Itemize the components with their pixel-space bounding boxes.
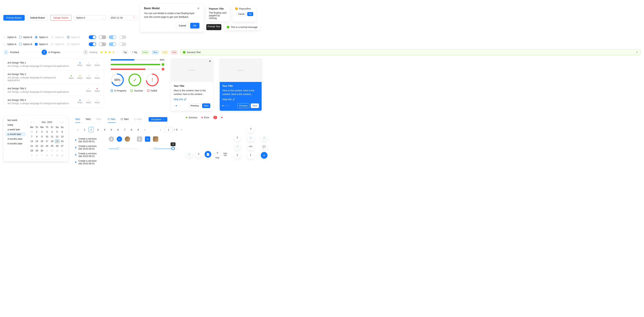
switch-light-on[interactable] xyxy=(109,35,116,39)
cal-day[interactable]: 11 xyxy=(60,153,65,158)
star-icon[interactable]: ★ xyxy=(104,50,107,54)
cal-day[interactable]: 14 xyxy=(29,139,34,144)
cal-day[interactable]: 7 xyxy=(40,153,44,158)
cal-day[interactable]: 20 xyxy=(60,139,65,144)
close-icon[interactable]: ✕ xyxy=(258,60,260,62)
cal-day[interactable]: 1 xyxy=(34,129,39,134)
preset-item[interactable]: last week xyxy=(6,118,26,122)
tab-2[interactable]: Tab2 xyxy=(86,116,90,123)
checkbox-option-b[interactable]: Option B xyxy=(19,43,32,45)
cal-day[interactable]: 29 xyxy=(34,148,39,153)
popconfirm-cancel[interactable]: Cancel xyxy=(237,12,246,16)
float-btn-file-primary[interactable]: 📄 xyxy=(204,151,211,158)
next-page[interactable]: › xyxy=(142,127,148,132)
preset-item[interactable]: 6 months later xyxy=(6,141,26,146)
tag-blue[interactable]: Blue xyxy=(152,50,159,54)
preset-item[interactable]: today xyxy=(6,123,26,127)
cal-day[interactable]: 17 xyxy=(44,139,50,144)
preset-item[interactable]: a week later xyxy=(6,127,26,132)
cancel-button[interactable]: Cancel xyxy=(176,23,189,28)
cal-day[interactable]: 23 xyxy=(40,144,44,148)
preset-item[interactable]: a month later xyxy=(6,132,26,136)
cal-day[interactable]: 16 xyxy=(40,139,44,144)
radio-option-c[interactable]: Option C xyxy=(35,36,48,38)
cal-day[interactable]: 6 xyxy=(34,153,39,158)
cal-day[interactable]: 4 xyxy=(60,148,65,153)
cal-day[interactable]: 25 xyxy=(50,144,54,148)
switch-on[interactable] xyxy=(89,35,96,39)
cal-day[interactable]: 27 xyxy=(60,144,65,148)
float-btn-top[interactable]: ⤒ xyxy=(195,151,202,158)
cal-day[interactable]: 9 xyxy=(50,153,54,158)
cal-day[interactable]: 26 xyxy=(54,144,60,148)
page-number[interactable]: 6 xyxy=(116,127,121,132)
tab-1[interactable]: Tab1 xyxy=(108,116,116,123)
primary-button[interactable]: Primary Button xyxy=(3,15,25,20)
date-picker[interactable]: 2022-11-18 📅 xyxy=(109,15,137,20)
cal-day[interactable]: 24 xyxy=(44,144,50,148)
radio-option-b[interactable]: Option B xyxy=(19,36,32,38)
cal-day[interactable]: 4 xyxy=(50,129,54,134)
cal-day[interactable]: 5 xyxy=(29,153,34,158)
float-btn-top[interactable]: ⤒ xyxy=(247,152,254,159)
float-btn-help[interactable]: ? xyxy=(214,150,221,157)
cal-day[interactable]: 7 xyxy=(29,134,34,139)
float-btn-close[interactable]: ✕ xyxy=(261,152,268,159)
next-button[interactable]: Next xyxy=(202,103,210,108)
cal-day[interactable]: 10 xyxy=(44,134,50,139)
next-button[interactable]: Next xyxy=(251,103,259,108)
cal-day[interactable]: 2 xyxy=(50,148,54,153)
cal-day[interactable]: 18 xyxy=(50,139,54,144)
ok-button[interactable]: OK xyxy=(190,23,199,28)
close-icon[interactable]: ✕ xyxy=(636,51,638,54)
cal-day[interactable]: 1 xyxy=(44,148,50,153)
page-number[interactable]: 9 xyxy=(136,127,141,132)
cal-day[interactable]: 28 xyxy=(29,148,34,153)
star-half-icon[interactable]: ★★ xyxy=(112,50,116,54)
star-icon[interactable]: ★ xyxy=(100,50,103,54)
float-btn-code[interactable]: </> xyxy=(247,143,254,150)
page-number[interactable]: 2 xyxy=(88,127,94,132)
cal-day[interactable]: 11 xyxy=(50,134,54,139)
tag-red[interactable]: Red xyxy=(171,50,178,54)
previous-button[interactable]: Previous xyxy=(237,103,250,108)
preset-item[interactable]: 3 months later xyxy=(6,137,26,141)
cal-day[interactable]: 8 xyxy=(44,153,50,158)
cal-day[interactable]: 5 xyxy=(54,129,60,134)
close-icon[interactable]: ✕ xyxy=(209,60,211,62)
cal-day[interactable]: 3 xyxy=(44,129,50,134)
star-icon[interactable]: ★ xyxy=(108,50,111,54)
cal-day[interactable]: 6 xyxy=(60,129,65,134)
switch-check-light[interactable]: ✓ xyxy=(109,42,116,46)
slider-range[interactable]: 23 xyxy=(149,148,179,149)
default-button[interactable]: Default Button xyxy=(27,15,48,20)
tag-gold[interactable]: Gold xyxy=(161,50,168,54)
float-btn-question[interactable]: ? xyxy=(234,135,241,141)
page-input[interactable] xyxy=(164,127,173,132)
checkbox-option-c[interactable]: ✓Option C xyxy=(35,43,48,45)
previous-button[interactable]: Previous xyxy=(189,103,201,108)
prev-page[interactable]: ‹ xyxy=(75,127,80,132)
prev-page[interactable]: ‹ xyxy=(158,127,163,132)
radio-option-a[interactable]: Option A xyxy=(3,36,16,38)
page-number[interactable]: 4 xyxy=(102,127,107,132)
help-link[interactable]: Help info 🔗 xyxy=(222,98,259,101)
cal-day[interactable]: 15 xyxy=(34,139,39,144)
checkbox-option-a[interactable]: Option A xyxy=(3,43,16,45)
star-empty-icon[interactable]: ★ xyxy=(116,50,120,54)
slider-single[interactable] xyxy=(109,148,139,149)
popconfirm-ok[interactable]: OK xyxy=(247,12,253,16)
next-year-icon[interactable]: » xyxy=(62,121,64,123)
float-btn-file[interactable]: 📄 xyxy=(186,151,192,158)
select-option[interactable]: Option A ⌄ xyxy=(74,15,106,20)
next-month-icon[interactable]: › xyxy=(60,121,61,123)
page-number[interactable]: 1 xyxy=(82,127,87,132)
danger-button[interactable]: Danger Button xyxy=(50,15,71,20)
cal-day[interactable]: 12 xyxy=(54,134,60,139)
float-btn-comment[interactable]: 💬 xyxy=(261,143,268,150)
tag-add[interactable]: + Tag xyxy=(131,50,138,54)
cal-day[interactable]: 21 xyxy=(29,144,34,148)
cal-day[interactable]: 30 xyxy=(40,148,44,153)
tag[interactable]: Tag xyxy=(122,50,128,54)
page-number[interactable]: 7 xyxy=(122,127,128,132)
